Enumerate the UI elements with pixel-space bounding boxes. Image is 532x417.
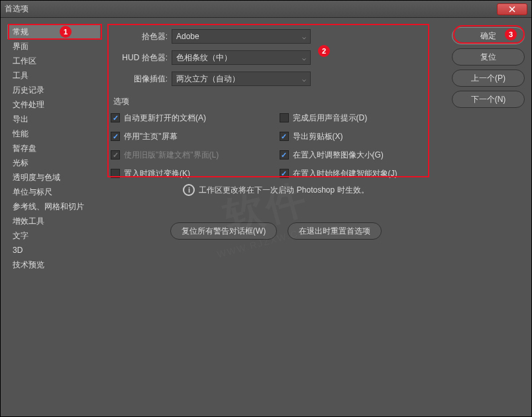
checkbox [111, 132, 120, 141]
sidebar-item-10[interactable]: 透明度与色域 [7, 170, 100, 185]
sidebar-item-11[interactable]: 单位与标尺 [7, 185, 100, 199]
picker-label: 拾色器: [111, 31, 172, 42]
reset-warnings-button[interactable]: 复位所有警告对话框(W) [170, 222, 277, 240]
right-panel: 确定 复位 上一个(P) 下一个(N) [452, 24, 525, 410]
checkbox [111, 150, 120, 160]
option-left-0[interactable]: 自动更新打开的文档(A) [111, 111, 273, 124]
option-label: 使用旧版"新建文档"界面(L) [124, 150, 219, 161]
option-label: 完成后用声音提示(D) [293, 113, 368, 124]
reset-button[interactable]: 复位 [452, 48, 525, 66]
option-right-2[interactable]: 在置入时调整图像大小(G) [280, 148, 442, 162]
sidebar: 常规界面工作区工具历史记录文件处理导出性能暂存盘光标透明度与色域单位与标尺参考线… [7, 24, 100, 410]
option-label: 在置入时始终创建智能对象(J) [293, 168, 398, 179]
checkbox [280, 169, 289, 178]
interp-dropdown[interactable]: 两次立方（自动） ⌵ [172, 71, 311, 86]
sidebar-item-6[interactable]: 导出 [7, 112, 100, 126]
option-label: 自动更新打开的文档(A) [124, 113, 206, 124]
option-left-3[interactable]: 置入时跳过变换(K) [111, 167, 273, 180]
option-left-2: 使用旧版"新建文档"界面(L) [111, 148, 273, 162]
sidebar-item-3[interactable]: 工具 [7, 68, 100, 83]
main-panel: 拾色器: Adobe ⌵ HUD 拾色器: 色相条纹（中） ⌵ 图像插值: 两次… [104, 24, 448, 410]
sidebar-item-5[interactable]: 文件处理 [7, 97, 100, 112]
option-label: 在置入时调整图像大小(G) [293, 150, 384, 161]
titlebar: 首选项 [1, 1, 531, 18]
ok-button[interactable]: 确定 [452, 27, 525, 44]
reset-prefs-button[interactable]: 在退出时重置首选项 [288, 222, 382, 240]
sidebar-item-9[interactable]: 光标 [7, 156, 100, 170]
checkbox [111, 113, 120, 122]
option-label: 停用"主页"屏幕 [124, 131, 178, 142]
hud-dropdown[interactable]: 色相条纹（中） ⌵ [172, 50, 311, 65]
option-right-0[interactable]: 完成后用声音提示(D) [280, 111, 442, 124]
hud-label: HUD 拾色器: [111, 52, 172, 64]
option-label: 导出剪贴板(X) [293, 131, 343, 142]
next-button[interactable]: 下一个(N) [452, 91, 525, 108]
sidebar-item-16[interactable]: 技术预览 [7, 257, 100, 272]
interp-label: 图像插值: [111, 73, 172, 85]
window-title: 首选项 [5, 3, 28, 15]
option-label: 置入时跳过变换(K) [124, 168, 190, 179]
sidebar-item-7[interactable]: 性能 [7, 126, 100, 141]
option-left-1[interactable]: 停用"主页"屏幕 [111, 130, 273, 143]
hud-value: 色相条纹（中） [176, 52, 232, 64]
close-icon [509, 6, 515, 13]
sidebar-item-4[interactable]: 历史记录 [7, 83, 100, 97]
checkbox [280, 113, 289, 122]
close-button[interactable] [497, 3, 527, 15]
info-icon: i [183, 184, 195, 196]
prev-button[interactable]: 上一个(P) [452, 70, 525, 87]
sidebar-item-1[interactable]: 界面 [7, 39, 100, 54]
sidebar-item-12[interactable]: 参考线、网格和切片 [7, 199, 100, 214]
picker-value: Adobe [176, 32, 199, 41]
chevron-down-icon: ⌵ [302, 33, 306, 40]
checkbox [280, 150, 289, 160]
chevron-down-icon: ⌵ [302, 75, 306, 83]
info-text: 工作区更改将在下一次启动 Photoshop 时生效。 [199, 185, 368, 196]
sidebar-item-8[interactable]: 暂存盘 [7, 141, 100, 156]
sidebar-item-13[interactable]: 增效工具 [7, 214, 100, 228]
sidebar-item-15[interactable]: 3D [7, 243, 100, 257]
options-section-label: 选项 [113, 96, 441, 107]
interp-value: 两次立方（自动） [176, 73, 240, 85]
checkbox [280, 132, 289, 141]
chevron-down-icon: ⌵ [302, 54, 306, 62]
sidebar-item-2[interactable]: 工作区 [7, 54, 100, 68]
picker-dropdown[interactable]: Adobe ⌵ [172, 29, 311, 44]
option-right-3[interactable]: 在置入时始终创建智能对象(J) [280, 167, 442, 180]
sidebar-item-0[interactable]: 常规 [7, 24, 100, 39]
option-right-1[interactable]: 导出剪贴板(X) [280, 130, 442, 143]
sidebar-item-14[interactable]: 文字 [7, 228, 100, 243]
checkbox [111, 169, 120, 178]
